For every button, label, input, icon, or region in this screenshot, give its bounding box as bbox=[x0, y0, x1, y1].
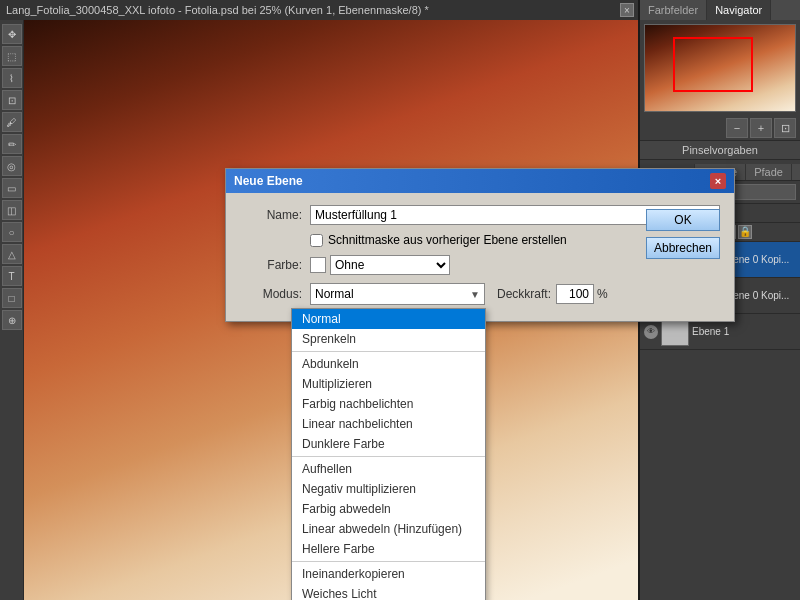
navigator-icon-strip: − + ⊡ bbox=[640, 116, 800, 141]
cancel-button[interactable]: Abbrechen bbox=[646, 237, 720, 259]
modus-select-control[interactable]: Normal ▼ bbox=[310, 283, 485, 305]
color-swatch bbox=[310, 257, 326, 273]
dialog-action-buttons: OK Abbrechen bbox=[646, 209, 720, 259]
deckkraft-input[interactable] bbox=[556, 284, 594, 304]
tool-clone[interactable]: ◎ bbox=[2, 156, 22, 176]
tool-lasso[interactable]: ⌇ bbox=[2, 68, 22, 88]
tab-pfade[interactable]: Pfade bbox=[746, 164, 792, 180]
modus-dropdown-arrow: ▼ bbox=[470, 289, 480, 300]
dropdown-item-farbig-nachbelichten[interactable]: Farbig nachbelichten bbox=[292, 394, 485, 414]
window-close-button[interactable]: × bbox=[620, 3, 634, 17]
dropdown-item-weiches-licht[interactable]: Weiches Licht bbox=[292, 584, 485, 600]
tool-zoom[interactable]: ⊕ bbox=[2, 310, 22, 330]
deckkraft-unit: % bbox=[597, 287, 608, 301]
dropdown-item-ineinanderkopieren[interactable]: Ineinanderkopieren bbox=[292, 564, 485, 584]
color-select[interactable]: Ohne Rot Orange Gelb Grün Blau Violett G… bbox=[330, 255, 450, 275]
modus-row: Modus: Normal ▼ Deckkraft: % bbox=[240, 283, 720, 305]
dropdown-sep-3 bbox=[292, 561, 485, 562]
deckkraft-label: Deckkraft: bbox=[497, 287, 551, 301]
tool-dodge[interactable]: ○ bbox=[2, 222, 22, 242]
dropdown-item-normal[interactable]: Normal bbox=[292, 309, 485, 329]
modus-label: Modus: bbox=[240, 287, 310, 301]
modus-dropdown-menu: Normal Sprenkeln Abdunkeln Multipliziere… bbox=[291, 308, 486, 600]
dropdown-sep-2 bbox=[292, 456, 485, 457]
dropdown-item-multiplizieren[interactable]: Multiplizieren bbox=[292, 374, 485, 394]
navigator-zoom-out-button[interactable]: − bbox=[726, 118, 748, 138]
dropdown-item-farbig-abwedeln[interactable]: Farbig abwedeln bbox=[292, 499, 485, 519]
color-label: Farbe: bbox=[240, 258, 310, 272]
tool-pen[interactable]: △ bbox=[2, 244, 22, 264]
brush-presets-header: Pinselvorgaben bbox=[640, 141, 800, 160]
navigator-viewport-box bbox=[673, 37, 753, 92]
dropdown-item-abdunkeln[interactable]: Abdunkeln bbox=[292, 354, 485, 374]
tools-panel: ✥ ⬚ ⌇ ⊡ 🖋 ✏ ◎ ▭ ◫ ○ △ T □ ⊕ bbox=[0, 20, 24, 600]
panel-top-tabs: Farbfelder Navigator bbox=[640, 0, 800, 20]
neue-ebene-dialog: Neue Ebene × OK Abbrechen Name: Schnittm… bbox=[225, 168, 735, 322]
dropdown-item-linear-nachbelichten[interactable]: Linear nachbelichten bbox=[292, 414, 485, 434]
dropdown-item-sprenkeln[interactable]: Sprenkeln bbox=[292, 329, 485, 349]
dialog-title-text: Neue Ebene bbox=[234, 174, 303, 188]
dropdown-item-hellere-farbe[interactable]: Hellere Farbe bbox=[292, 539, 485, 559]
dropdown-item-aufhellen[interactable]: Aufhellen bbox=[292, 459, 485, 479]
tool-gradient[interactable]: ◫ bbox=[2, 200, 22, 220]
schnittmaske-checkbox[interactable] bbox=[310, 234, 323, 247]
ok-button[interactable]: OK bbox=[646, 209, 720, 231]
tab-farbfelder[interactable]: Farbfelder bbox=[640, 0, 707, 20]
window-title-bar: Lang_Fotolia_3000458_XXL iofoto - Fotoli… bbox=[0, 0, 640, 20]
tool-brush[interactable]: ✏ bbox=[2, 134, 22, 154]
fix-all-btn[interactable]: 🔒 bbox=[738, 225, 752, 239]
layer-name-3: Ebene 1 bbox=[692, 326, 796, 337]
tool-text[interactable]: T bbox=[2, 266, 22, 286]
modus-value: Normal bbox=[315, 287, 354, 301]
dropdown-item-linear-abwedeln[interactable]: Linear abwedeln (Hinzufügen) bbox=[292, 519, 485, 539]
dialog-close-button[interactable]: × bbox=[710, 173, 726, 189]
dropdown-item-negativ-multiplizieren[interactable]: Negativ multiplizieren bbox=[292, 479, 485, 499]
dropdown-item-dunklere-farbe[interactable]: Dunklere Farbe bbox=[292, 434, 485, 454]
tool-shape[interactable]: □ bbox=[2, 288, 22, 308]
window-title: Lang_Fotolia_3000458_XXL iofoto - Fotoli… bbox=[6, 4, 616, 16]
tool-crop[interactable]: ⊡ bbox=[2, 90, 22, 110]
tab-navigator[interactable]: Navigator bbox=[707, 0, 771, 20]
dropdown-sep-1 bbox=[292, 351, 485, 352]
navigator-zoom-in-button[interactable]: + bbox=[750, 118, 772, 138]
dialog-title-bar: Neue Ebene × bbox=[226, 169, 734, 193]
tool-eyedrop[interactable]: 🖋 bbox=[2, 112, 22, 132]
dialog-body: OK Abbrechen Name: Schnittmaske aus vorh… bbox=[226, 193, 734, 321]
navigator-fit-button[interactable]: ⊡ bbox=[774, 118, 796, 138]
checkbox-label: Schnittmaske aus vorheriger Ebene erstel… bbox=[328, 233, 567, 247]
tool-move[interactable]: ✥ bbox=[2, 24, 22, 44]
tool-select[interactable]: ⬚ bbox=[2, 46, 22, 66]
navigator-preview bbox=[644, 24, 796, 112]
layer-eye-3[interactable]: 👁 bbox=[644, 325, 658, 339]
tool-eraser[interactable]: ▭ bbox=[2, 178, 22, 198]
name-label: Name: bbox=[240, 208, 310, 222]
